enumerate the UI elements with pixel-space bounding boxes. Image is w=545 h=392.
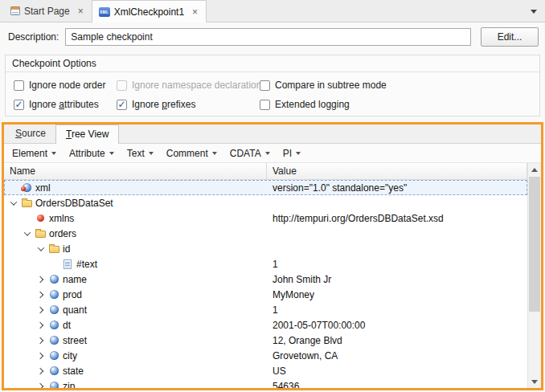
chevron-right-icon[interactable] [35, 363, 47, 378]
checkbox-ignore-node-order[interactable]: Ignore node order [14, 80, 117, 91]
description-input[interactable] [65, 28, 471, 46]
tree-grid: Name Value xml version="1.0" standalone=… [4, 163, 541, 388]
element-icon [47, 336, 60, 345]
chevron-right-icon[interactable] [35, 348, 47, 363]
tab-source[interactable]: Source [6, 125, 55, 143]
chevron-down-icon[interactable] [7, 195, 20, 210]
folder-icon [47, 244, 60, 253]
element-icon [47, 382, 60, 388]
tree-row[interactable]: xmlns http://tempuri.org/OrdersDBDataSet… [4, 210, 527, 226]
element-icon [47, 351, 60, 360]
column-header-value[interactable]: Value [267, 163, 527, 179]
chevron-right-icon[interactable] [35, 378, 47, 388]
edit-button[interactable]: Edit... [481, 27, 539, 47]
element-icon [47, 321, 60, 329]
chevron-right-icon[interactable] [35, 317, 47, 333]
chevron-right-icon[interactable] [35, 287, 47, 302]
tree-row[interactable]: city Grovetown, CA [4, 348, 527, 363]
viewer-tab-strip: Source Tree View [4, 125, 541, 144]
toolbar-comment-menu[interactable]: Comment [166, 148, 217, 159]
checkpoint-options-group: Checkpoint Options Ignore node order Ign… [5, 55, 540, 116]
checkbox [117, 80, 127, 91]
dropdown-arrow-icon [296, 152, 301, 155]
checkbox[interactable] [14, 80, 24, 91]
toolbar-pi-menu[interactable]: PI [283, 148, 301, 159]
xml-file-icon: XML [99, 7, 110, 17]
chevron-down-icon[interactable] [35, 241, 47, 256]
document-tab-bar: Start Page × XML XmlCheckpoint1 × [0, 0, 545, 22]
close-icon[interactable]: × [191, 6, 199, 18]
tree-row[interactable]: quant 1 [4, 302, 527, 317]
chevron-down-icon[interactable] [531, 10, 537, 14]
element-icon [47, 275, 60, 284]
checkbox[interactable] [117, 100, 127, 110]
tree-row[interactable]: zip 54636 [4, 378, 527, 388]
xml-checkpoint-editor: Start Page × XML XmlCheckpoint1 × Descri… [0, 0, 545, 392]
close-icon[interactable]: × [76, 6, 85, 17]
checkbox-ignore-namespace-declarations: Ignore namespace declarations [117, 80, 260, 91]
tree-row[interactable]: dt 2001-05-07T00:00:00 [4, 317, 527, 333]
tab-tree-view[interactable]: Tree View [55, 125, 119, 144]
chevron-down-icon[interactable] [21, 226, 34, 241]
toolbar-element-menu[interactable]: Element [12, 148, 56, 159]
chevron-spacer [21, 210, 34, 226]
description-label: Description: [8, 31, 59, 43]
chevron-right-icon[interactable] [35, 302, 47, 317]
tree-row[interactable]: id [4, 241, 527, 256]
tree-row[interactable]: xml version="1.0" standalone="yes" [4, 180, 527, 195]
checkbox-ignore-attributes[interactable]: Ignore attributes [14, 99, 117, 110]
element-icon [47, 305, 60, 314]
scroll-up-icon[interactable] [528, 163, 541, 176]
checkbox[interactable] [14, 100, 24, 110]
tree-row[interactable]: OrdersDBDataSet [4, 195, 527, 210]
chevron-spacer [7, 180, 20, 195]
tree-row[interactable]: state US [4, 363, 527, 378]
chevron-spacer [48, 256, 61, 272]
scrollbar-thumb[interactable] [529, 177, 540, 312]
checkbox[interactable] [260, 80, 270, 91]
toolbar-cdata-menu[interactable]: CDATA [230, 148, 270, 159]
toolbar-attribute-menu[interactable]: Attribute [69, 148, 114, 159]
tree-row[interactable]: street 12, Orange Blvd [4, 333, 527, 348]
dropdown-arrow-icon [109, 152, 114, 155]
toolbar-text-menu[interactable]: Text [127, 148, 154, 159]
viewer-toolbar: Element Attribute Text Comment CDATA PI [4, 144, 541, 163]
attribute-icon [34, 214, 47, 222]
dropdown-arrow-icon [149, 152, 154, 155]
description-row: Description: Edit... [8, 27, 539, 47]
xml-declaration-icon [20, 183, 33, 192]
tree-grid-main: Name Value xml version="1.0" standalone=… [4, 163, 527, 388]
tab-xmlcheckpoint1[interactable]: XML XmlCheckpoint1 × [92, 0, 207, 22]
chevron-right-icon[interactable] [35, 333, 47, 348]
tab-label: XmlCheckpoint1 [114, 6, 184, 18]
element-icon [47, 290, 60, 299]
checkbox-compare-in-subtree-mode[interactable]: Compare in subtree mode [260, 80, 539, 91]
checkbox-extended-logging[interactable]: Extended logging [260, 99, 539, 110]
column-header-row: Name Value [4, 163, 527, 180]
tab-label: Start Page [24, 6, 70, 17]
checkbox[interactable] [260, 100, 270, 110]
options-grid: Ignore node order Ignore namespace decla… [6, 72, 539, 110]
dropdown-arrow-icon [265, 152, 270, 155]
folder-icon [34, 229, 47, 238]
tree-row[interactable]: #text 1 [4, 256, 527, 272]
text-node-icon [61, 259, 74, 269]
group-title: Checkpoint Options [6, 55, 539, 72]
checkbox-ignore-prefixes[interactable]: Ignore prefixes [117, 99, 260, 110]
element-icon [47, 366, 60, 375]
tree-row[interactable]: prod MyMoney [4, 287, 527, 302]
vertical-scrollbar[interactable] [527, 163, 541, 388]
scroll-down-icon[interactable] [528, 375, 541, 388]
xml-viewer-panel: Source Tree View Element Attribute Text … [2, 122, 543, 390]
folder-icon [20, 198, 33, 207]
dropdown-arrow-icon [212, 152, 217, 155]
tree-row[interactable]: orders [4, 226, 527, 241]
tab-start-page[interactable]: Start Page × [4, 0, 92, 22]
start-page-icon [10, 6, 20, 15]
tree-row[interactable]: name John Smith Jr [4, 272, 527, 287]
dropdown-arrow-icon [51, 152, 56, 155]
tree-rows: xml version="1.0" standalone="yes" Order… [4, 180, 527, 388]
column-header-name[interactable]: Name [4, 163, 267, 179]
chevron-right-icon[interactable] [35, 272, 47, 287]
